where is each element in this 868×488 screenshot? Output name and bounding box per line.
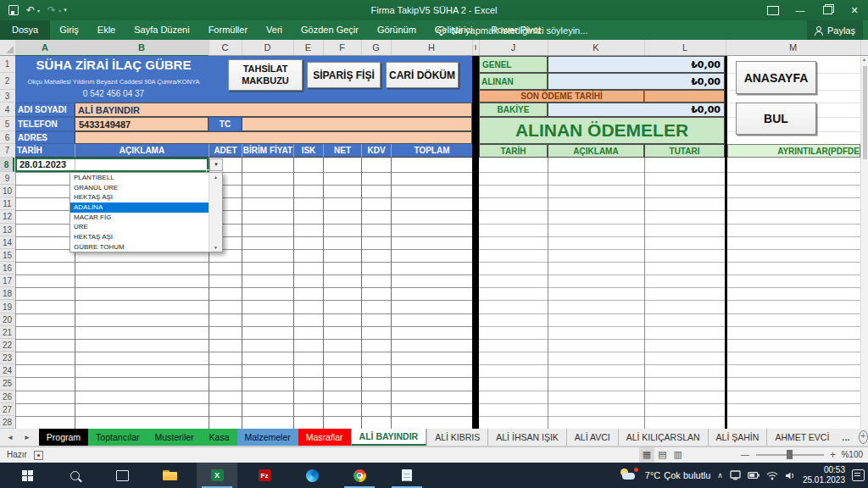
alinan-toplam-label[interactable]: ALINAN TOPLAM bbox=[479, 73, 548, 90]
column-header-a[interactable]: A bbox=[15, 40, 75, 57]
payments-header-tutari[interactable]: TUTARI bbox=[644, 144, 725, 158]
row-header-12[interactable]: 12 bbox=[0, 210, 14, 223]
dropdown-item[interactable]: ÜRE bbox=[70, 222, 209, 232]
row-header-14[interactable]: 14 bbox=[0, 236, 14, 249]
dropdown-item[interactable]: HEKTAŞ AŞI bbox=[70, 232, 209, 242]
ribbon-tab-dosya[interactable]: Dosya bbox=[0, 20, 50, 40]
sheet-tab-masraflar[interactable]: Masraflar bbox=[298, 429, 351, 446]
ribbon-tab-veri[interactable]: Veri bbox=[257, 20, 292, 40]
item-header-net-fiyat[interactable]: NET FİYAT bbox=[323, 144, 361, 158]
sheet-tab-ali-sahin[interactable]: ALİ ŞAHİN bbox=[708, 429, 767, 446]
device-icon[interactable] bbox=[730, 470, 741, 480]
weather-icon[interactable] bbox=[620, 469, 638, 482]
row-header-26[interactable]: 26 bbox=[0, 391, 14, 403]
tahsilat-makbuzu-button[interactable]: TAHSİLAT MAKBUZU bbox=[228, 59, 303, 91]
row-header-3[interactable]: 3 bbox=[0, 90, 14, 103]
undo-caret-icon[interactable]: ▾ bbox=[37, 8, 40, 14]
row-header-18[interactable]: 18 bbox=[0, 287, 14, 300]
dropdown-scrollbar[interactable]: ▲ ▼ bbox=[209, 173, 222, 252]
bakiye-label[interactable]: BAKİYE bbox=[479, 103, 548, 117]
alinan-toplam-value[interactable]: ₺0,00 bbox=[548, 73, 725, 90]
macro-record-icon[interactable] bbox=[34, 451, 43, 460]
sheet-tab-ahmet-evci[interactable]: AHMET EVCİ bbox=[766, 429, 837, 446]
column-header-j[interactable]: J bbox=[479, 40, 548, 55]
zoom-slider[interactable] bbox=[756, 454, 824, 456]
page-break-view-icon[interactable]: ▥ bbox=[670, 447, 686, 463]
file-explorer-button[interactable] bbox=[149, 463, 190, 488]
sheet-tab-program[interactable]: Program bbox=[39, 429, 88, 446]
column-header-d[interactable]: D bbox=[242, 40, 294, 55]
battery-icon[interactable] bbox=[748, 471, 760, 480]
ribbon-tab-ekle[interactable]: Ekle bbox=[88, 20, 125, 40]
item-header-toplam[interactable]: TOPLAM bbox=[391, 144, 472, 158]
adi-soyadi-label[interactable]: ADI SOYADI bbox=[15, 103, 75, 117]
row-header-11[interactable]: 11 bbox=[0, 197, 14, 210]
task-view-button[interactable] bbox=[102, 463, 142, 488]
ribbon-tab-gorunum[interactable]: Görünüm bbox=[368, 20, 426, 40]
ribbon-tab-sayfa-duzeni[interactable]: Sayfa Düzeni bbox=[125, 20, 198, 40]
row-header-13[interactable]: 13 bbox=[0, 224, 14, 236]
zoom-level[interactable]: %100 bbox=[841, 450, 863, 459]
row-header-4[interactable]: 4 bbox=[0, 103, 14, 117]
sheet-tab-kasa[interactable]: Kasa bbox=[202, 429, 237, 446]
wifi-icon[interactable] bbox=[766, 471, 778, 480]
bakiye-value[interactable]: ₺0,00 bbox=[548, 103, 725, 117]
scrollbar-thumb[interactable] bbox=[863, 66, 867, 159]
maximize-button[interactable] bbox=[814, 0, 841, 20]
anasayfa-button[interactable]: ANASAYFA bbox=[736, 61, 816, 94]
zoom-slider-thumb[interactable] bbox=[787, 450, 793, 459]
row-header-27[interactable]: 27 bbox=[0, 403, 14, 416]
row-header-1[interactable]: 1 bbox=[0, 56, 14, 73]
ribbon-tab-formuller[interactable]: Formüller bbox=[199, 20, 257, 40]
column-header-c[interactable]: C bbox=[209, 40, 242, 55]
scroll-up-icon[interactable]: ▲ bbox=[209, 175, 222, 180]
son-odeme-label[interactable]: SON ÖDEME TARİHİ bbox=[479, 90, 644, 103]
row-header-15[interactable]: 15 bbox=[0, 249, 14, 262]
excel-taskbar-button[interactable]: X bbox=[197, 463, 237, 488]
customer-address-cell[interactable] bbox=[75, 131, 472, 144]
item-header-kdv[interactable]: KDV bbox=[361, 144, 391, 158]
sheet-tab-ali-ihsan-isik[interactable]: ALİ İHSAN IŞIK bbox=[487, 429, 566, 446]
sheet-tab-overflow[interactable]: ... bbox=[837, 429, 854, 446]
column-header-k[interactable]: K bbox=[548, 40, 645, 55]
sheet-tab-ali-avci[interactable]: ALİ AVCI bbox=[566, 429, 618, 446]
payments-header-aciklama[interactable]: AÇIKLAMA bbox=[548, 144, 644, 158]
siparis-fisi-button[interactable]: SİPARİŞ FİŞİ bbox=[307, 62, 381, 88]
scroll-down-icon[interactable]: ▼ bbox=[209, 245, 222, 250]
customer-phone-cell[interactable]: 5433149487 bbox=[75, 117, 209, 131]
sheet-tab-ali-bayindir-active[interactable]: ALİ BAYINDIR bbox=[351, 429, 427, 446]
minimize-button[interactable]: — bbox=[787, 0, 814, 20]
vertical-scrollbar[interactable]: ▲ bbox=[860, 56, 868, 429]
bul-button[interactable]: BUL bbox=[736, 103, 816, 135]
taskbar-clock[interactable]: 00:53 25.01.2023 bbox=[803, 465, 845, 486]
save-icon[interactable] bbox=[8, 5, 19, 15]
column-header-h[interactable]: H bbox=[391, 40, 473, 55]
row-header-7[interactable]: 7 bbox=[0, 144, 14, 158]
row-header-10[interactable]: 10 bbox=[0, 185, 14, 197]
row-header-25[interactable]: 25 bbox=[0, 377, 14, 390]
sheet-nav-left-icon[interactable]: ◄ bbox=[7, 434, 14, 441]
row-header-20[interactable]: 20 bbox=[0, 313, 14, 326]
dropdown-item-selected[interactable]: ADALİNA bbox=[70, 202, 209, 213]
dropdown-item[interactable]: PLANTİBELL bbox=[70, 173, 209, 183]
genel-toplam-value[interactable]: ₺0,00 bbox=[548, 56, 725, 73]
row-header-5[interactable]: 5 bbox=[0, 117, 14, 131]
item-header-birim-fiyat[interactable]: BİRİM FİYAT bbox=[242, 144, 293, 158]
column-header-l[interactable]: L bbox=[644, 40, 726, 55]
payments-header-ayrintilar[interactable]: AYRINTILAR(PDFDE bbox=[727, 144, 860, 158]
ribbon-display-options-button[interactable] bbox=[760, 0, 787, 20]
row-header-16[interactable]: 16 bbox=[0, 262, 14, 274]
tray-expand-icon[interactable]: ∧ bbox=[717, 471, 723, 480]
ribbon-tab-giris[interactable]: Giriş bbox=[50, 20, 88, 40]
zoom-in-button[interactable]: + bbox=[830, 449, 836, 461]
customer-name-cell[interactable]: ALİ BAYINDIR bbox=[75, 103, 472, 117]
row-header-2[interactable]: 2 bbox=[0, 73, 14, 90]
ribbon-tab-gozden-gecir[interactable]: Gözden Geçir bbox=[292, 20, 368, 40]
son-odeme-value-cell[interactable] bbox=[644, 90, 725, 103]
scroll-up-icon[interactable]: ▲ bbox=[862, 57, 866, 62]
notepad-taskbar-button[interactable] bbox=[387, 463, 427, 488]
share-button[interactable]: Paylaş bbox=[807, 20, 863, 40]
edge-taskbar-button[interactable] bbox=[292, 463, 332, 488]
adres-label[interactable]: ADRES bbox=[15, 131, 75, 144]
telefon-label[interactable]: TELEFON bbox=[15, 117, 75, 131]
